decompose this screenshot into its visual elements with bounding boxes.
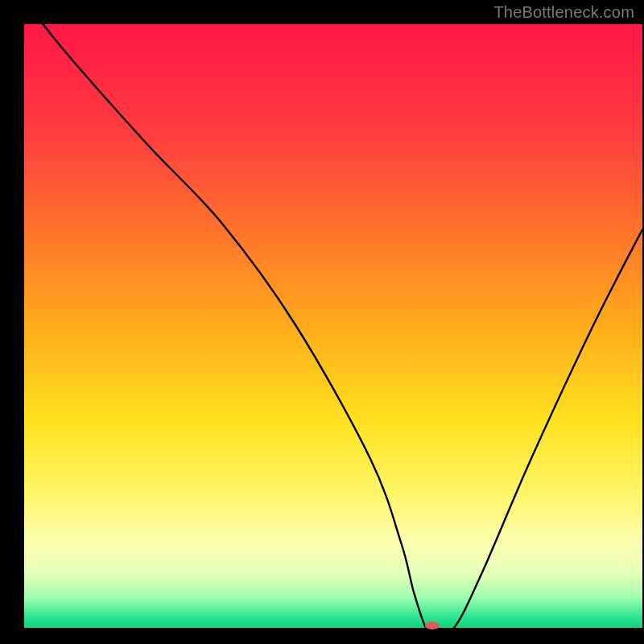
plot-background	[24, 24, 642, 628]
optimal-point-marker	[425, 621, 440, 630]
attribution-text: TheBottleneck.com	[493, 3, 634, 22]
chart-container: { "attribution": "TheBottleneck.com", "c…	[0, 0, 644, 644]
bottleneck-chart	[0, 0, 644, 644]
